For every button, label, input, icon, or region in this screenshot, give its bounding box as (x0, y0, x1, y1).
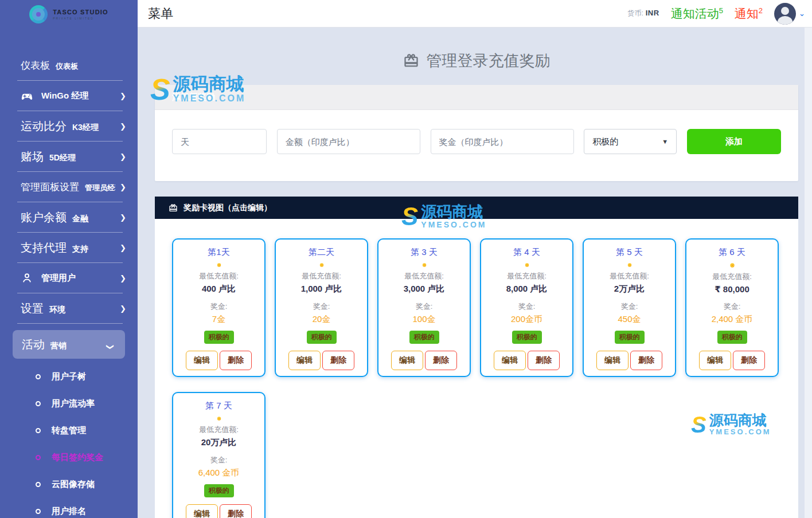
status-badge: 积极的 (409, 331, 439, 344)
sidebar-subitem-label: 转盘管理 (52, 425, 86, 436)
reward-cards-panel-header: 奖励卡视图（点击编辑） (155, 197, 798, 219)
delete-button[interactable]: 删除 (220, 504, 252, 518)
brand-logo-icon (29, 5, 48, 23)
add-button[interactable]: 添加 (687, 129, 781, 154)
delete-button[interactable]: 删除 (220, 351, 252, 370)
circle-bullet-icon (36, 401, 41, 406)
min-recharge-value: 2万卢比 (614, 284, 645, 295)
day-input[interactable] (172, 129, 267, 154)
chevron-right-icon: ❯ (115, 152, 126, 161)
reward-card-day: 第 7 天 (205, 401, 232, 411)
sidebar-subitem-3[interactable]: 每日签约奖金 (0, 444, 138, 471)
edit-button[interactable]: 编辑 (186, 504, 218, 518)
notification-count: 2 (759, 6, 763, 15)
bonus-label: 奖金: (518, 301, 536, 312)
brand-logo[interactable]: TASCO STUDIO PRIVATE LIMITED (0, 0, 138, 26)
status-select[interactable]: 积极的 ▼ (584, 129, 677, 154)
sidebar-item-3[interactable]: 赌场 5D经理 ❯ (0, 142, 138, 171)
user-menu[interactable]: ⌄ (774, 3, 805, 25)
sidebar-item-sublabel: 营销 (50, 341, 67, 351)
sidebar-item-6[interactable]: 支持代理 支持 ❯ (0, 233, 138, 262)
min-recharge-label: 最低充值额: (199, 271, 239, 281)
sidebar-subitem-label: 云图像存储 (52, 479, 95, 490)
edit-button[interactable]: 编辑 (494, 351, 526, 370)
reward-card-3[interactable]: 第 3 天 最低充值额: 3,000 卢比 奖金: 100金 积极的 编辑 删除 (377, 238, 471, 377)
delete-button[interactable]: 删除 (630, 351, 662, 370)
chevron-right-icon: ❯ (115, 274, 126, 282)
scrollbar-track[interactable] (805, 28, 812, 518)
edit-button[interactable]: 编辑 (699, 351, 731, 370)
reward-card-4[interactable]: 第 4 天 最低充值额: 8,000 卢比 奖金: 200金币 积极的 编辑 删… (480, 238, 573, 377)
reward-cards-body: 第1天 最低充值额: 400 卢比 奖金: 7金 积极的 编辑 删除 第二天 最… (155, 219, 798, 518)
gold-coin-icon (411, 263, 438, 267)
chevron-right-icon: ❯ (115, 92, 126, 100)
min-recharge-value: 3,000 卢比 (404, 284, 445, 295)
reward-card-1[interactable]: 第1天 最低充值额: 400 卢比 奖金: 7金 积极的 编辑 删除 (172, 238, 266, 377)
gold-coin-icon (206, 263, 232, 267)
bonus-value: 100金 (412, 314, 435, 325)
reward-card-5[interactable]: 第 5 天 最低充值额: 2万卢比 奖金: 450金 积极的 编辑 删除 (583, 238, 676, 377)
sidebar-item-sublabel: 金融 (72, 214, 88, 224)
menu-toggle[interactable]: 菜单 (148, 5, 173, 22)
sidebar-item-label: 赌场 (21, 149, 44, 164)
delete-button[interactable]: 删除 (322, 351, 354, 370)
notification-activity-link[interactable]: 通知活动5 (671, 6, 723, 22)
sidebar-item-label: 仪表板 (21, 59, 50, 72)
sidebar-item-label: 运动比分 (21, 119, 67, 134)
circle-bullet-icon (36, 428, 41, 433)
sidebar-divider (17, 323, 123, 324)
delete-button[interactable]: 删除 (528, 351, 560, 370)
sidebar-item-8[interactable]: 设置 环境 ❯ (0, 293, 138, 323)
reward-card-2[interactable]: 第二天 最低充值额: 1,000 卢比 奖金: 20金 积极的 编辑 删除 (275, 238, 368, 377)
cards-grid: 第1天 最低充值额: 400 卢比 奖金: 7金 积极的 编辑 删除 第二天 最… (172, 238, 781, 518)
currency-value: INR (646, 9, 659, 17)
sidebar-subitem-0[interactable]: 用户子树 (0, 363, 138, 390)
sidebar-item-label: 管理面板设置 (21, 180, 79, 194)
sidebar-subitem-2[interactable]: 转盘管理 (0, 417, 138, 444)
status-badge: 积极的 (307, 331, 337, 344)
sidebar-item-label: 活动 (22, 337, 45, 352)
reward-card-day: 第 3 天 (411, 247, 438, 258)
brand-subtitle: PRIVATE LIMITED (53, 17, 108, 20)
sidebar-item-5[interactable]: 账户余额 金融 ❯ (0, 202, 138, 232)
notification-link[interactable]: 通知2 (735, 6, 763, 22)
edit-button[interactable]: 编辑 (391, 351, 423, 370)
delete-button[interactable]: 删除 (425, 351, 457, 370)
chevron-down-icon: ⌄ (799, 9, 805, 18)
bonus-input[interactable] (431, 129, 574, 154)
min-recharge-label: 最低充值额: (404, 271, 444, 281)
sidebar-item-label: 账户余额 (21, 210, 67, 225)
min-recharge-label: 最低充值额: (199, 425, 239, 435)
reward-card-day: 第二天 (309, 247, 334, 258)
amount-input[interactable] (277, 129, 420, 154)
chevron-right-icon: ❯ (115, 213, 126, 222)
sidebar-item-sublabel: K3经理 (72, 123, 99, 133)
caret-down-icon: ▼ (662, 138, 668, 145)
sidebar-item-2[interactable]: 运动比分 K3经理 ❯ (0, 111, 138, 141)
edit-button[interactable]: 编辑 (596, 351, 628, 370)
edit-button[interactable]: 编辑 (186, 351, 218, 370)
sidebar-subitem-5[interactable]: 用户排名 (0, 498, 138, 518)
sidebar-item-0[interactable]: 仪表板 仪表板 (0, 50, 138, 80)
gold-coin-icon (719, 263, 745, 268)
bonus-value: 2,400 金币 (712, 314, 753, 325)
sidebar-item-4[interactable]: 管理面板设置 管理员经理 ❯ (0, 172, 138, 202)
sidebar-subitem-4[interactable]: 云图像存储 (0, 471, 138, 498)
sidebar-item-sublabel: 环境 (49, 305, 65, 315)
avatar (774, 3, 796, 25)
bonus-label: 奖金: (313, 301, 330, 312)
sidebar-item-9[interactable]: 活动 营销 ❯ (13, 330, 125, 359)
delete-button[interactable]: 删除 (733, 351, 765, 370)
status-badge: 积极的 (204, 484, 234, 497)
sidebar-item-1[interactable]: WinGo 经理 ❯ (0, 81, 138, 111)
chevron-right-icon: ❯ (115, 122, 126, 131)
edit-button[interactable]: 编辑 (288, 351, 321, 370)
min-recharge-label: 最低充值额: (507, 271, 546, 281)
reward-card-day: 第 4 天 (513, 247, 540, 258)
add-reward-card-header: 添加新奖励 (155, 85, 798, 110)
reward-card-6[interactable]: 第 6 天 最低充值额: ₹ 80,000 奖金: 2,400 金币 积极的 编… (685, 238, 779, 377)
sidebar-item-7[interactable]: 管理用户 ❯ (0, 263, 138, 293)
sidebar-subitem-1[interactable]: 用户流动率 (0, 390, 138, 417)
reward-card-7[interactable]: 第 7 天 最低充值额: 20万卢比 奖金: 6,400 金币 积极的 编辑 删… (172, 392, 266, 518)
min-recharge-value: 8,000 卢比 (506, 284, 548, 295)
